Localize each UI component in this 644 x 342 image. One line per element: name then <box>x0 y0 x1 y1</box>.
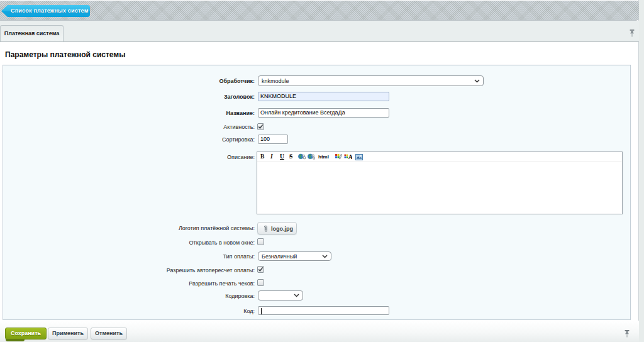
svg-text:A: A <box>348 153 352 160</box>
